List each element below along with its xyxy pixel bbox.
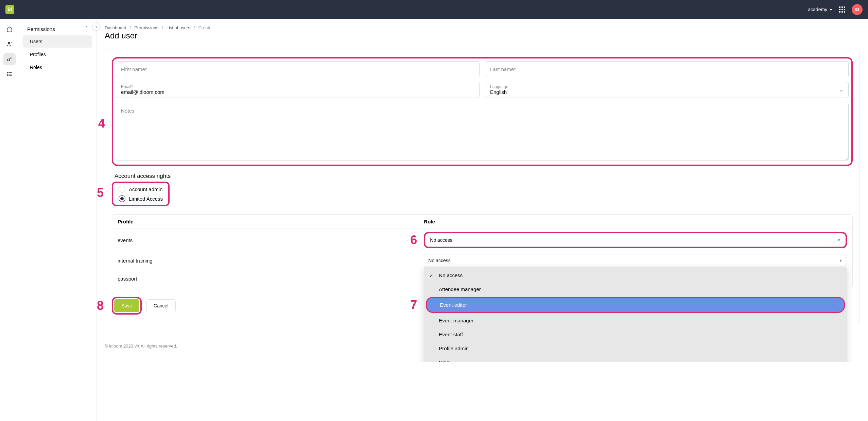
key-icon[interactable] xyxy=(3,53,16,65)
logo[interactable]: id xyxy=(5,5,14,14)
list-icon[interactable] xyxy=(3,68,16,80)
dropdown-item-label: Event staff xyxy=(439,332,463,337)
annotation-7-label: 7 xyxy=(410,298,417,312)
breadcrumb-dashboard[interactable]: Dashboard xyxy=(105,25,126,30)
sidebar-title: Permissions xyxy=(27,26,55,32)
account-label: academy xyxy=(808,7,827,12)
svg-point-0 xyxy=(8,42,10,44)
annotated-form-block: 4 Email* email@idloom.com Language Engli… xyxy=(112,57,853,166)
page-title: Add user xyxy=(105,31,860,40)
breadcrumb-permissions[interactable]: Permissions xyxy=(134,25,158,30)
user-icon[interactable]: + xyxy=(3,38,16,50)
dropdown-item-attendee-manager[interactable]: Attendee manager xyxy=(424,282,847,296)
language-label: Language xyxy=(490,84,508,89)
first-name-input[interactable] xyxy=(116,61,480,77)
language-select[interactable]: Language English ⌄ xyxy=(485,82,849,98)
apps-grid-icon[interactable] xyxy=(838,5,846,14)
table-header-profile: Profile xyxy=(118,219,424,224)
radio-account-admin-label: Account admin xyxy=(129,186,162,192)
breadcrumb: Dashboard/ Permissions/ List of users/ C… xyxy=(105,25,860,30)
notes-textarea[interactable] xyxy=(116,103,849,161)
chevron-down-icon: ⌄ xyxy=(839,86,844,93)
role-select-internal-training[interactable]: No access ▼ xyxy=(424,254,847,267)
sidebar: ‹ Permissions ˄ Users Profiles Roles xyxy=(19,19,97,362)
collapse-sidebar-button[interactable]: ‹ xyxy=(92,22,100,31)
radio-checked-icon xyxy=(119,195,125,202)
email-field[interactable]: Email* email@idloom.com xyxy=(116,82,480,98)
breadcrumb-list-of-users[interactable]: List of users xyxy=(167,25,190,30)
sidebar-item-profiles[interactable]: Profiles xyxy=(23,48,92,61)
radio-account-admin[interactable]: Account admin xyxy=(116,184,166,194)
sidebar-item-roles[interactable]: Roles xyxy=(23,61,92,73)
svg-point-8 xyxy=(7,75,8,76)
svg-point-2 xyxy=(7,59,10,61)
radio-unchecked-icon xyxy=(119,186,125,192)
sidebar-item-users[interactable]: Users xyxy=(23,35,92,48)
main-content: Dashboard/ Permissions/ List of users/ C… xyxy=(97,19,868,362)
svg-point-7 xyxy=(7,74,8,74)
role-dropdown: 7 ✓ No access Attendee manager Event edi… xyxy=(424,267,847,362)
dropdown-item-label: Event editor xyxy=(440,302,467,308)
email-label: Email* xyxy=(121,84,474,89)
dropdown-item-label: Attendee manager xyxy=(439,286,481,292)
sidebar-section-header[interactable]: Permissions ˄ xyxy=(23,23,92,35)
table-cell-profile: internal training xyxy=(118,258,424,264)
avatar[interactable]: ID xyxy=(852,4,863,15)
radio-limited-access[interactable]: Limited Access xyxy=(116,194,166,203)
access-rights-radio-group: Account admin Limited Access xyxy=(112,182,170,206)
profile-role-table: Profile Role events 6 No access ▼ intern… xyxy=(112,214,853,287)
dropdown-item-label: Profile admin xyxy=(439,346,469,351)
dropdown-item-event-manager[interactable]: Event manager xyxy=(424,314,847,327)
annotation-5-label: 5 xyxy=(97,186,104,200)
caret-down-icon: ▼ xyxy=(839,258,843,263)
cancel-button[interactable]: Cancel xyxy=(146,299,176,312)
dropdown-item-event-staff[interactable]: Event staff xyxy=(424,327,847,341)
annotation-8-label: 8 xyxy=(97,299,104,313)
annotation-4-label: 4 xyxy=(98,116,105,131)
table-cell-profile: events xyxy=(118,237,424,243)
last-name-input[interactable] xyxy=(485,61,849,77)
dropdown-item-profile-admin[interactable]: Profile admin xyxy=(424,341,847,355)
email-value: email@idloom.com xyxy=(121,89,474,95)
breadcrumb-create: Create xyxy=(198,25,211,30)
chevron-down-icon: ▼ xyxy=(829,8,833,12)
svg-point-6 xyxy=(7,72,8,73)
language-value: English xyxy=(490,89,508,95)
dropdown-item-label: Role xyxy=(439,359,449,362)
access-rights-title: Account access rights xyxy=(115,173,853,180)
check-icon: ✓ xyxy=(429,272,434,279)
account-menu[interactable]: academy ▼ xyxy=(808,7,833,12)
home-icon[interactable] xyxy=(3,23,16,35)
table-cell-profile: passport xyxy=(118,276,424,282)
left-rail: + xyxy=(0,19,19,362)
role-select-events[interactable]: No access ▼ xyxy=(426,234,845,247)
form-card: 4 Email* email@idloom.com Language Engli… xyxy=(105,49,860,323)
dropdown-item-role[interactable]: Role xyxy=(424,355,847,362)
svg-text:+: + xyxy=(11,41,12,44)
dropdown-item-label: No access xyxy=(439,272,463,278)
chevron-up-icon: ˄ xyxy=(85,26,88,32)
save-button[interactable]: Save xyxy=(114,299,139,312)
role-select-value: No access xyxy=(430,237,452,243)
dropdown-item-no-access[interactable]: ✓ No access xyxy=(424,268,847,282)
annotation-6-label: 6 xyxy=(410,233,417,247)
top-navbar: id academy ▼ ID xyxy=(0,0,868,19)
table-header-role: Role xyxy=(424,219,847,224)
caret-down-icon: ▼ xyxy=(837,238,841,242)
radio-limited-access-label: Limited Access xyxy=(129,196,163,202)
role-select-value: No access xyxy=(428,258,450,263)
dropdown-item-event-editor[interactable]: Event editor xyxy=(426,297,845,313)
dropdown-item-label: Event manager xyxy=(439,318,473,323)
